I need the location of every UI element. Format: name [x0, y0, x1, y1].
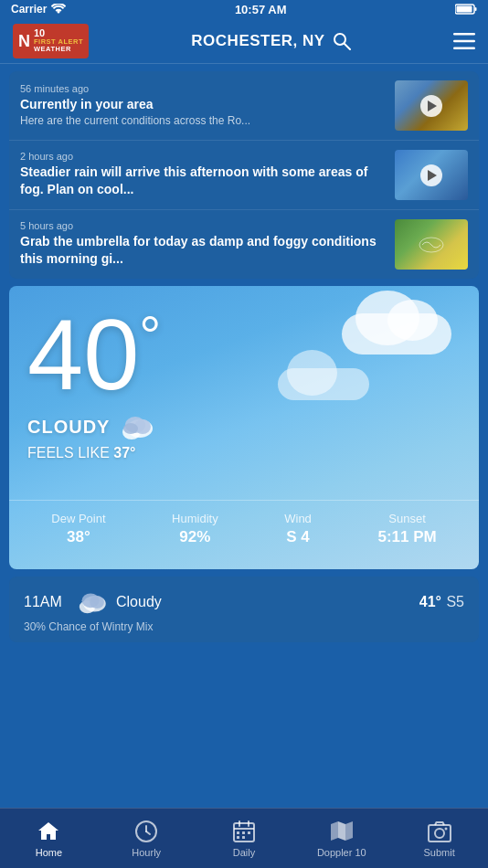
battery-icon	[455, 4, 477, 15]
play-triangle-2	[428, 170, 437, 181]
news-section: 56 minutes ago Currently in your area He…	[9, 71, 479, 279]
svg-rect-26	[242, 831, 245, 834]
nav-hourly[interactable]: Hourly	[98, 812, 196, 865]
svg-marker-30	[338, 821, 345, 841]
status-time: 10:57 AM	[235, 3, 287, 16]
app-header: N 10 FIRST ALERT WEATHER ROCHESTER, NY	[0, 18, 488, 64]
svg-point-34	[435, 829, 444, 838]
play-button-2[interactable]	[420, 164, 442, 186]
calendar-icon	[232, 820, 256, 843]
nav-daily-label: Daily	[233, 847, 255, 858]
camera-icon	[428, 820, 451, 843]
news-text-3: 5 hours ago Grab the umbrella for today …	[20, 220, 386, 268]
condition-row: CLOUDY	[27, 412, 461, 441]
svg-point-3	[334, 34, 345, 45]
temperature-display: 40°	[27, 304, 461, 405]
svg-rect-7	[453, 47, 475, 49]
status-bar: Carrier 10:57 AM	[0, 0, 488, 18]
svg-line-4	[345, 44, 350, 49]
clock-icon	[134, 820, 158, 843]
logo-text: 10 FIRST ALERT WEATHER	[34, 28, 83, 54]
svg-line-20	[146, 831, 150, 834]
status-right	[455, 4, 477, 15]
hourly-subtext: 30% Chance of Wintry Mix	[24, 620, 464, 633]
nav-home-label: Home	[36, 847, 62, 858]
weather-content: 40° CLOUDY FEELS LIKE 37°	[9, 286, 479, 472]
hourly-desc-1: Cloudy	[116, 594, 400, 610]
search-icon[interactable]	[333, 32, 351, 50]
cloudy-icon	[117, 412, 155, 441]
hourly-row-1: 11AM Cloudy 41° S5	[24, 589, 464, 615]
news-thumb-2[interactable]	[395, 150, 468, 200]
play-button-1[interactable]	[420, 95, 442, 117]
news-title-2: Steadier rain will arrive this afternoon…	[20, 164, 386, 196]
svg-rect-29	[242, 836, 245, 839]
svg-rect-25	[237, 831, 239, 834]
nav-doppler-label: Doppler 10	[317, 847, 366, 858]
nav-submit[interactable]: Submit	[390, 812, 488, 865]
svg-rect-1	[457, 6, 472, 13]
nav-doppler[interactable]: Doppler 10	[292, 812, 390, 865]
condition-text: CLOUDY	[27, 417, 110, 438]
news-text-2: 2 hours ago Steadier rain will arrive th…	[20, 151, 386, 198]
svg-point-35	[444, 827, 447, 830]
nav-submit-label: Submit	[423, 847, 454, 858]
news-item-3[interactable]: 5 hours ago Grab the umbrella for today …	[9, 210, 479, 279]
svg-marker-32	[345, 821, 353, 841]
feels-like-value: 37°	[113, 445, 135, 460]
home-icon	[37, 820, 60, 843]
hourly-icon-1	[74, 589, 109, 615]
status-left: Carrier	[11, 3, 66, 16]
news-text-1: 56 minutes ago Currently in your area He…	[20, 83, 386, 129]
temperature-value: 40	[27, 298, 139, 410]
news-title-1: Currently in your area	[20, 96, 386, 112]
news-time-1: 56 minutes ago	[20, 83, 386, 94]
svg-point-17	[90, 596, 104, 609]
carrier-label: Carrier	[11, 3, 47, 16]
degree-symbol: °	[139, 305, 161, 366]
nav-hourly-label: Hourly	[132, 847, 161, 858]
hourly-time-1: 11AM	[24, 594, 74, 610]
play-triangle-1	[428, 101, 437, 111]
logo-n: N	[18, 33, 30, 49]
logo-weather: WEATHER	[34, 45, 83, 53]
news-title-3: Grab the umbrella for today as damp and …	[20, 233, 386, 266]
nav-daily[interactable]: Daily	[196, 812, 293, 865]
menu-icon[interactable]	[453, 33, 475, 49]
hourly-preview[interactable]: 11AM Cloudy 41° S5 30% Chance of Wintry …	[9, 577, 479, 642]
hourly-wind-1: S5	[441, 594, 464, 610]
news-time-3: 5 hours ago	[20, 220, 386, 231]
hourly-temp-1: 41°	[400, 594, 441, 610]
news-item-2[interactable]: 2 hours ago Steadier rain will arrive th…	[9, 141, 479, 210]
logo-first-alert: FIRST ALERT	[34, 38, 83, 46]
news-time-2: 2 hours ago	[20, 151, 386, 162]
svg-rect-6	[453, 39, 475, 42]
bottom-nav: Home Hourly Daily Doppler	[0, 808, 488, 868]
nav-home[interactable]: Home	[0, 812, 98, 865]
city-label: ROCHESTER, NY	[191, 32, 350, 50]
weather-map-icon	[418, 236, 445, 254]
wifi-icon	[51, 4, 66, 15]
news-item[interactable]: 56 minutes ago Currently in your area He…	[9, 71, 479, 141]
hourly-cloud-icon	[74, 589, 109, 615]
svg-rect-5	[453, 33, 475, 36]
news-thumb-1[interactable]	[395, 80, 468, 131]
map-icon	[330, 820, 354, 843]
svg-rect-33	[429, 825, 451, 842]
header-menu[interactable]	[453, 33, 475, 49]
city-name: ROCHESTER, NY	[191, 32, 324, 50]
svg-rect-27	[248, 831, 250, 834]
logo: N 10 FIRST ALERT WEATHER	[13, 24, 89, 58]
news-desc-1: Here are the current conditions across t…	[20, 114, 386, 129]
svg-point-13	[123, 423, 138, 434]
news-thumb-3[interactable]	[395, 219, 468, 270]
svg-marker-31	[331, 821, 338, 841]
svg-rect-28	[237, 836, 239, 839]
weather-main: 40° CLOUDY FEELS LIKE 37° Dew Point 38° …	[9, 286, 479, 569]
feels-like: FEELS LIKE 37°	[27, 445, 461, 461]
feels-like-label: FEELS LIKE	[27, 445, 113, 460]
svg-rect-2	[475, 7, 477, 11]
